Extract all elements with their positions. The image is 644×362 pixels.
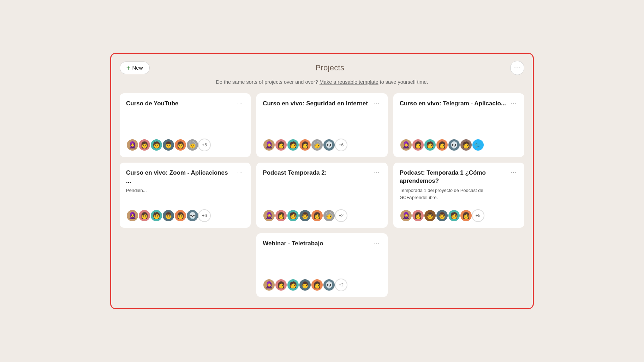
- avatar: 👩: [412, 139, 424, 151]
- avatar: 🐦: [472, 139, 484, 151]
- card-avatars: 🧕👩🧑👩💀🧑🐦: [400, 139, 518, 151]
- avatar-count: +5: [198, 139, 211, 151]
- card-content: Curso en vivo: Zoom - Aplicaciones ... ·…: [126, 169, 244, 201]
- avatar: 👨: [162, 139, 175, 151]
- card-avatars: 🧕👩🧑👨👩🧓+2: [263, 209, 381, 222]
- more-options-button[interactable]: ···: [510, 61, 524, 75]
- avatar: 🧑: [460, 139, 472, 151]
- card-header: Curso en vivo: Seguridad en Internet ···: [263, 100, 381, 108]
- new-label: New: [132, 65, 143, 71]
- card-content: Curso en vivo: Telegram - Aplicacio... ·…: [400, 100, 518, 130]
- card-header: Podcast: Temporada 1 ¿Cómo aprendemos? ·…: [400, 169, 518, 185]
- avatar: 👩: [138, 209, 151, 222]
- card-title: Webinar - Teletrabajo: [263, 240, 372, 248]
- avatar: 👨: [299, 209, 311, 222]
- plus-icon: +: [126, 65, 130, 71]
- avatar-count: +2: [335, 279, 347, 291]
- avatar: 🧕: [400, 139, 412, 151]
- card-header: Curso en vivo: Zoom - Aplicaciones ... ·…: [126, 169, 244, 185]
- card-avatars: 🧕👩🧑👨👩💀+2: [263, 279, 381, 291]
- avatar: 💀: [323, 139, 335, 151]
- subtitle-text-after: to save yourself time.: [380, 79, 428, 85]
- avatar: 👨: [424, 209, 436, 222]
- avatar: 🧕: [263, 139, 275, 151]
- project-card-podcast2[interactable]: Podcast Temporada 2: ··· 🧕👩🧑👨👩🧓+2: [256, 163, 387, 228]
- avatar: 💀: [186, 209, 199, 222]
- card-menu-button[interactable]: ···: [236, 100, 244, 107]
- avatar: 👩: [299, 139, 311, 151]
- avatar-count: +6: [335, 139, 347, 151]
- avatar: 🧓: [186, 139, 199, 151]
- avatar: 👩: [311, 279, 323, 291]
- avatar: 🧕: [400, 209, 412, 222]
- card-title: Podcast: Temporada 1 ¿Cómo aprendemos?: [400, 169, 509, 185]
- card-content: Webinar - Teletrabajo ···: [263, 240, 381, 270]
- card-menu-button[interactable]: ···: [509, 100, 518, 107]
- more-icon: ···: [514, 64, 520, 71]
- project-card-telegram[interactable]: Curso en vivo: Telegram - Aplicacio... ·…: [393, 93, 524, 157]
- avatar: 👩: [460, 209, 472, 222]
- card-avatars: 🧕👩🧑👨👩💀+6: [126, 209, 244, 222]
- avatar: 💀: [323, 279, 335, 291]
- avatar: 🧓: [323, 209, 335, 222]
- avatar: 👩: [412, 209, 424, 222]
- avatar: 🧕: [126, 209, 139, 222]
- card-header: Curso en vivo: Telegram - Aplicacio... ·…: [400, 100, 518, 108]
- page-title: Projects: [315, 63, 344, 72]
- avatar: 👩: [275, 209, 287, 222]
- avatar: 👨: [299, 279, 311, 291]
- project-card-youtube[interactable]: Curso de YouTube ··· 🧕👩🧑👨👩🧓+5: [120, 93, 251, 157]
- card-content: Curso en vivo: Seguridad en Internet ···: [263, 100, 381, 130]
- header: + New Projects ···: [120, 61, 524, 75]
- avatar: 🧑: [287, 279, 299, 291]
- card-header: Podcast Temporada 2: ···: [263, 169, 381, 177]
- project-card-podcast1[interactable]: Podcast: Temporada 1 ¿Cómo aprendemos? ·…: [393, 163, 524, 228]
- card-avatars: 🧕👩🧑👩🧓💀+6: [263, 139, 381, 151]
- avatar: 🧑: [287, 139, 299, 151]
- card-header: Webinar - Teletrabajo ···: [263, 240, 381, 248]
- avatar: 🧑: [287, 209, 299, 222]
- avatar: 👩: [436, 139, 448, 151]
- card-title: Curso de YouTube: [126, 100, 236, 108]
- avatar: 👩: [174, 139, 187, 151]
- card-menu-button[interactable]: ···: [372, 169, 381, 176]
- card-title: Curso en vivo: Telegram - Aplicacio...: [400, 100, 509, 108]
- card-avatars: 🧕👩👨👨🧑👩+5: [400, 209, 518, 222]
- subtitle: Do the same sorts of projects over and o…: [120, 79, 524, 85]
- avatar-count: +6: [198, 209, 211, 222]
- project-card-zoom[interactable]: Curso en vivo: Zoom - Aplicaciones ... ·…: [120, 163, 251, 228]
- reusable-template-link[interactable]: Make a reusable template: [320, 79, 378, 85]
- project-card-seguridad[interactable]: Curso en vivo: Seguridad en Internet ···…: [256, 93, 387, 157]
- card-menu-button[interactable]: ···: [509, 169, 518, 176]
- avatar-count: +5: [472, 209, 484, 222]
- project-card-webinar[interactable]: Webinar - Teletrabajo ··· 🧕👩🧑👨👩💀+2: [256, 233, 387, 297]
- card-content: Podcast Temporada 2: ···: [263, 169, 381, 201]
- avatar: 🧕: [263, 209, 275, 222]
- subtitle-text-before: Do the same sorts of projects over and o…: [216, 79, 318, 85]
- avatar: 🧑: [424, 139, 436, 151]
- card-menu-button[interactable]: ···: [236, 169, 244, 176]
- avatar: 👩: [174, 209, 187, 222]
- avatar: 🧑: [150, 139, 163, 151]
- card-menu-button[interactable]: ···: [372, 240, 381, 247]
- card-title: Podcast Temporada 2:: [263, 169, 372, 177]
- avatar: 👩: [275, 279, 287, 291]
- card-description: Temporada 1 del proyecto de Podcast de G…: [400, 187, 518, 201]
- card-title: Curso en vivo: Seguridad en Internet: [263, 100, 372, 108]
- avatar: 💀: [448, 139, 460, 151]
- avatar-count: +2: [335, 209, 347, 222]
- card-content: Podcast: Temporada 1 ¿Cómo aprendemos? ·…: [400, 169, 518, 201]
- card-header: Curso de YouTube ···: [126, 100, 244, 108]
- avatar: 🧕: [263, 279, 275, 291]
- avatar: 🧑: [448, 209, 460, 222]
- new-button[interactable]: + New: [120, 62, 150, 74]
- avatar: 👨: [162, 209, 175, 222]
- avatar: 👨: [436, 209, 448, 222]
- card-title: Curso en vivo: Zoom - Aplicaciones ...: [126, 169, 236, 185]
- avatar: 👩: [275, 139, 287, 151]
- projects-container: + New Projects ··· Do the same sorts of …: [110, 53, 534, 310]
- card-content: Curso de YouTube ···: [126, 100, 244, 130]
- card-avatars: 🧕👩🧑👨👩🧓+5: [126, 139, 244, 151]
- avatar: 🧕: [126, 139, 139, 151]
- card-menu-button[interactable]: ···: [372, 100, 381, 107]
